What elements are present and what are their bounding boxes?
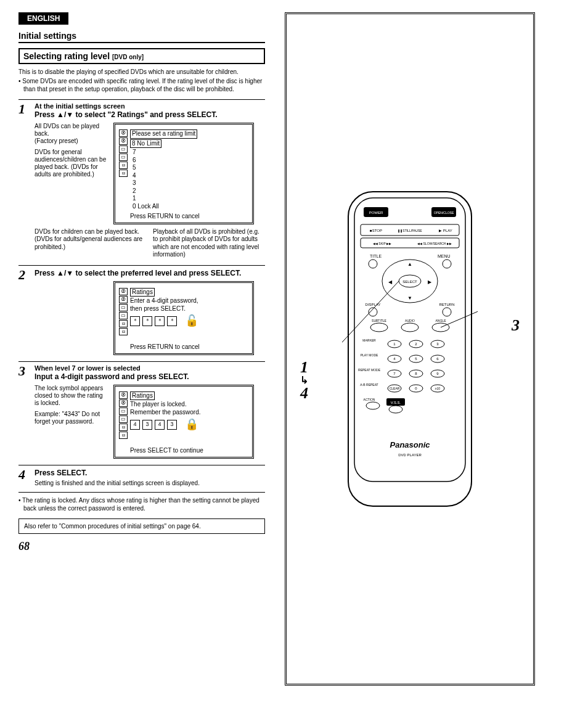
step-3-lead: When level 7 or lower is selected (35, 364, 265, 372)
osd2-title: Ratings (130, 288, 155, 297)
osd2-footer: Press RETURN to cancel (130, 343, 248, 351)
step-2-instruction: Press ▲/▼ to select the preferred level … (35, 269, 265, 277)
osd-screen-1: ⦿⦿▭▭⧈⧈ Please set a rating limit 8 No Li… (113, 123, 254, 224)
step-3-desc-a: The lock symbol appears closed to show t… (35, 385, 108, 407)
step-4-body: Setting is finished and the initial sett… (35, 479, 265, 487)
also-refer-box: Also refer to "Common procedures of init… (18, 518, 265, 534)
lock-icon: 🔒 (185, 417, 198, 432)
osd-screen-3: ⦿⦿▭▭⧈⧈ Ratings The player is locked. Rem… (113, 385, 254, 459)
step-1-desc-a: All DVDs can be played back. (35, 123, 108, 137)
pause-label: ❚❚STILL/PAUSE (398, 229, 422, 233)
svg-point-16 (370, 323, 388, 332)
svg-point-51 (389, 406, 402, 413)
osd1-title: Please set a rating limit (130, 129, 197, 139)
svg-text:MARKER: MARKER (362, 338, 376, 342)
brand-label: Panasonic (390, 440, 430, 449)
osd2-line2: then press SELECT. (130, 305, 248, 313)
svg-text:◀: ◀ (388, 279, 393, 285)
list-item: 7 (133, 149, 248, 157)
main-heading: Selecting rating level [DVD only] (18, 48, 265, 64)
step-1-desc-a2: (Factory preset) (35, 137, 108, 145)
list-item: 2 (133, 187, 248, 195)
svg-text:REPEAT MODE: REPEAT MODE (358, 368, 381, 372)
subtitle-label: SUBTITLE (372, 319, 387, 322)
osd3-footer: Press SELECT to continue (130, 447, 248, 455)
skip-label: ◀◀ SKIP ▶▶ (373, 242, 391, 245)
list-item: 0 Lock All (133, 203, 248, 211)
osd-icon-column: ⦿⦿▭▭⧈⧈ (119, 288, 128, 351)
svg-text:A-B REPEAT: A-B REPEAT (360, 383, 378, 387)
list-item: 1 (133, 195, 248, 203)
osd-screen-2: ⦿⦿▭▭⧈⧈ Ratings Enter a 4-digit password,… (113, 281, 254, 355)
osd3-title: Ratings (130, 391, 155, 401)
svg-text:▶: ▶ (428, 279, 432, 285)
menu-label: MENU (438, 254, 451, 258)
pw-char: ＊ (130, 316, 140, 326)
intro-bullet: • Some DVDs are encoded with specific ra… (18, 77, 265, 93)
osd1-footer: Press RETURN to cancel (130, 213, 248, 221)
search-label: ◀◀ SLOW/SEARCH ▶▶ (417, 242, 452, 245)
svg-text:PLAY MODE: PLAY MODE (361, 353, 378, 357)
osd-icon-column: ⦿⦿▭▭⧈⧈ (119, 129, 128, 221)
power-button: POWER (369, 211, 383, 215)
osd3-line2: Remember the password. (130, 409, 248, 417)
step-1-instruction: Press ▲/▼ to select "2 Ratings" and pres… (35, 110, 265, 119)
step-1-annot-right: Playback of all DVDs is prohibited (e.g.… (153, 228, 265, 259)
step-3-instruction: Input a 4-digit password and press SELEC… (35, 372, 265, 381)
intro-text: This is to disable the playing of specif… (18, 68, 265, 76)
open-close-button: OPEN/CLOSE (434, 211, 454, 215)
step-2-number: 2 (18, 268, 31, 355)
step-4-instruction: Press SELECT. (35, 469, 265, 477)
callout-left: 1 ↳ 4 (300, 359, 308, 401)
svg-text:▲: ▲ (407, 261, 412, 267)
pw-char: 3 (142, 420, 152, 430)
pw-char: ＊ (167, 316, 177, 326)
svg-point-17 (401, 323, 419, 332)
page-number: 68 (18, 540, 265, 553)
callout-1: 1 (300, 358, 308, 376)
heading-sub: [DVD only] (112, 54, 144, 60)
select-button: SELECT (402, 280, 417, 284)
unlock-icon: 🔓 (185, 314, 198, 328)
svg-text:▼: ▼ (407, 295, 412, 301)
step-1-annot-left: DVDs for children can be played back. (D… (35, 228, 147, 259)
list-item: 3 (133, 179, 248, 187)
audio-label: AUDIO (405, 319, 415, 322)
pw-char: 3 (167, 420, 177, 430)
password-boxes: 4 3 4 3 (130, 420, 177, 430)
svg-text:≥10: ≥10 (435, 387, 441, 390)
osd1-selected: 8 No Limit (130, 139, 161, 149)
model-label: DVD PLAYER (398, 453, 422, 457)
svg-point-7 (443, 260, 451, 268)
stop-label: ■STOP (370, 229, 382, 232)
rating-locked-note: • The rating is locked. Any discs whose … (18, 496, 265, 512)
password-boxes: ＊ ＊ ＊ ＊ (130, 316, 177, 326)
svg-text:V.S.S.: V.S.S. (391, 401, 401, 404)
language-badge: ENGLISH (18, 12, 68, 25)
section-title: Initial settings (18, 31, 265, 43)
angle-label: ANGLE (436, 319, 447, 322)
pw-char: 4 (130, 420, 140, 430)
svg-text:ACTION: ACTION (364, 398, 375, 401)
osd3-line1: The player is locked. (130, 401, 248, 409)
step-4-number: 4 (18, 468, 31, 487)
step-1-number: 1 (18, 102, 31, 259)
osd2-line1: Enter a 4-digit password, (130, 297, 248, 305)
heading-main: Selecting rating level (23, 51, 110, 61)
callout-right: 3 (512, 316, 520, 335)
svg-point-15 (443, 308, 451, 316)
remote-illustration-frame: 1 ↳ 4 3 POWER OPEN/CLOSE ■STOP ❚❚STILL/P… (285, 12, 535, 686)
step-1-lead: At the initial settings screen (35, 102, 265, 110)
pw-char: 4 (155, 420, 165, 430)
list-item: 4 (133, 172, 248, 180)
callout-4: 4 (300, 384, 308, 402)
callout-3: 3 (512, 316, 520, 334)
svg-point-48 (366, 402, 380, 409)
pw-char: ＊ (155, 316, 165, 326)
pw-char: ＊ (142, 316, 152, 326)
remote-control-illustration: POWER OPEN/CLOSE ■STOP ❚❚STILL/PAUSE ▶ P… (342, 189, 478, 509)
list-item: 6 (133, 157, 248, 165)
title-label: TITLE (370, 254, 382, 258)
osd-icon-column: ⦿⦿▭▭⧈⧈ (119, 391, 128, 455)
play-label: ▶ PLAY (439, 229, 452, 232)
